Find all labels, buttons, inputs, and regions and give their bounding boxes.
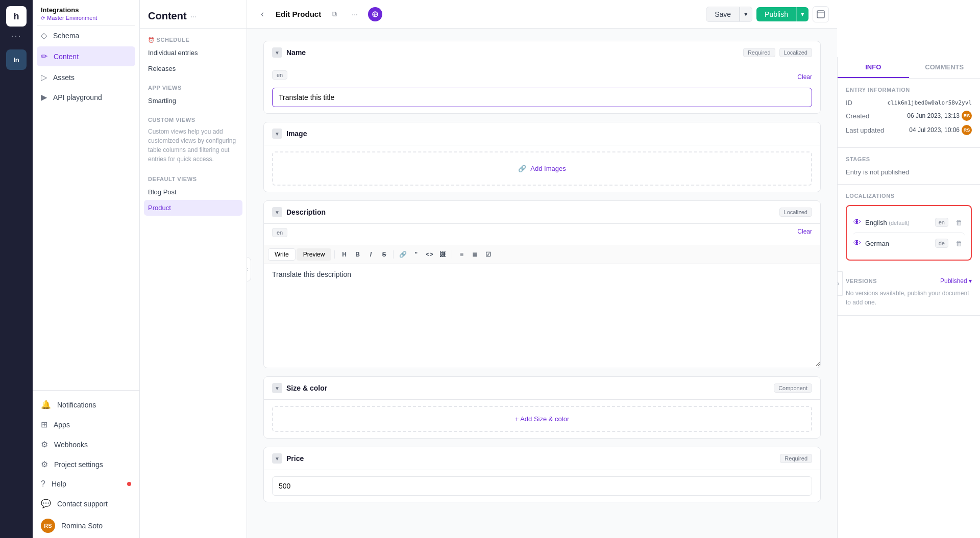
integrations-section: Integrations ⟳ Master Environment bbox=[33, 0, 139, 25]
italic-button[interactable]: I bbox=[364, 248, 377, 261]
english-delete-button[interactable]: 🗑 bbox=[952, 216, 965, 228]
individual-entries-item[interactable]: Individual entries bbox=[140, 45, 247, 61]
description-field-title: Description bbox=[286, 208, 775, 216]
expand-right-panel-button[interactable]: » bbox=[837, 271, 843, 296]
price-required-badge: Required bbox=[780, 454, 812, 463]
back-button[interactable]: ‹ bbox=[255, 7, 270, 21]
logo-button[interactable]: h bbox=[6, 6, 27, 27]
description-collapse-button[interactable]: ▼ bbox=[272, 207, 282, 217]
price-field-section: ▼ Price Required bbox=[263, 447, 821, 502]
size-collapse-button[interactable]: ▼ bbox=[272, 383, 282, 393]
created-row: Created 06 Jun 2023, 13:13 RS bbox=[846, 111, 972, 121]
image-collapse-button[interactable]: ▼ bbox=[272, 129, 282, 139]
layout-button[interactable] bbox=[813, 6, 829, 22]
default-views-label: DEFAULT VIEWS bbox=[140, 172, 247, 184]
stages-title: STAGES bbox=[846, 156, 972, 162]
copy-button[interactable]: ⧉ bbox=[327, 7, 341, 21]
more-options-icon[interactable]: ··· bbox=[11, 31, 21, 41]
image-toolbar-button[interactable]: 🖼 bbox=[436, 248, 449, 261]
sidebar-item-project-settings[interactable]: ⚙ Project settings bbox=[33, 454, 139, 474]
heading-button[interactable]: H bbox=[338, 248, 350, 261]
image-field-title: Image bbox=[286, 130, 812, 138]
created-label: Created bbox=[846, 112, 869, 120]
description-textarea[interactable]: Translate this description bbox=[264, 264, 820, 366]
blockquote-button[interactable]: " bbox=[410, 248, 422, 261]
english-locale-row: 👁 English (default) en 🗑 bbox=[853, 212, 965, 233]
save-dropdown-button[interactable]: ▾ bbox=[740, 7, 752, 22]
contact-icon: 💬 bbox=[41, 499, 51, 508]
ordered-list-button[interactable]: ≣ bbox=[469, 248, 481, 261]
sidebar-item-api[interactable]: ▶ API playground bbox=[33, 87, 139, 107]
description-locale-tag: en bbox=[272, 228, 287, 237]
entry-information-section: ENTRY INFORMATION ID clik6n1jbed0w0alor5… bbox=[838, 79, 980, 148]
svg-rect-1 bbox=[817, 11, 824, 18]
assets-icon: ▷ bbox=[41, 72, 47, 82]
sidebar-item-contact-support[interactable]: 💬 Contact support bbox=[33, 494, 139, 514]
german-delete-button[interactable]: 🗑 bbox=[952, 237, 965, 249]
environment-badge[interactable]: In bbox=[6, 49, 27, 70]
toolbar-divider3 bbox=[452, 250, 452, 259]
preview-tab[interactable]: Preview bbox=[297, 248, 332, 261]
comments-tab[interactable]: COMMENTS bbox=[909, 57, 981, 78]
name-clear-link[interactable]: Clear bbox=[797, 73, 812, 81]
publish-dropdown-button[interactable]: ▾ bbox=[796, 7, 808, 21]
blog-post-item[interactable]: Blog Post bbox=[140, 184, 247, 200]
price-input[interactable] bbox=[272, 476, 812, 496]
name-localized-badge: Localized bbox=[779, 48, 812, 57]
size-color-field-section: ▼ Size & color Component + Add Size & co… bbox=[263, 376, 821, 439]
api-icon: ▶ bbox=[41, 92, 47, 102]
description-clear-link[interactable]: Clear bbox=[797, 228, 812, 241]
image-upload-area[interactable]: 🔗 Add Images bbox=[272, 151, 812, 186]
name-collapse-button[interactable]: ▼ bbox=[272, 47, 282, 58]
more-button[interactable]: ··· bbox=[348, 7, 362, 21]
versions-title: VERSIONS bbox=[846, 278, 877, 284]
name-input[interactable] bbox=[272, 88, 812, 107]
publish-button[interactable]: Publish bbox=[756, 7, 796, 21]
sidebar-item-schema[interactable]: ◇ Schema bbox=[33, 25, 139, 45]
right-panel-tabs: INFO COMMENTS bbox=[838, 57, 980, 79]
releases-item[interactable]: Releases bbox=[140, 61, 247, 76]
content-nav-more[interactable]: ··· bbox=[191, 12, 197, 20]
locale-icon bbox=[372, 11, 378, 17]
german-eye-icon[interactable]: 👁 bbox=[853, 239, 861, 248]
toolbar-divider bbox=[334, 250, 335, 259]
english-locale-name: English (default) bbox=[865, 219, 931, 226]
name-field-section: ▼ Name Required Localized en Clear bbox=[263, 41, 821, 114]
save-button[interactable]: Save bbox=[706, 7, 740, 22]
unordered-list-button[interactable]: ≡ bbox=[455, 248, 468, 261]
strikethrough-button[interactable]: S bbox=[378, 248, 390, 261]
custom-views-label: CUSTOM VIEWS bbox=[140, 113, 247, 125]
price-collapse-button[interactable]: ▼ bbox=[272, 453, 282, 464]
add-size-color-button[interactable]: + Add Size & color bbox=[272, 406, 812, 432]
sidebar-item-notifications[interactable]: 🔔 Notifications bbox=[33, 395, 139, 415]
notifications-icon: 🔔 bbox=[41, 400, 51, 409]
collapse-panel-button[interactable]: « bbox=[247, 257, 251, 281]
help-notification-dot bbox=[127, 482, 131, 486]
sidebar-item-help[interactable]: ? Help bbox=[33, 474, 139, 494]
checklist-button[interactable]: ☑ bbox=[482, 248, 494, 261]
sidebar-item-content[interactable]: ✏ Content bbox=[37, 46, 135, 66]
user-profile[interactable]: RS Romina Soto bbox=[33, 514, 139, 538]
locale-circle[interactable] bbox=[368, 7, 382, 21]
english-eye-icon[interactable]: 👁 bbox=[853, 218, 861, 227]
link-button[interactable]: 🔗 bbox=[397, 248, 409, 261]
german-locale-name: German bbox=[865, 240, 931, 247]
webhooks-icon: ⚙ bbox=[41, 440, 48, 449]
stage-value: Entry is not published bbox=[846, 168, 972, 176]
code-button[interactable]: <> bbox=[423, 248, 435, 261]
info-tab[interactable]: INFO bbox=[838, 57, 909, 78]
product-item[interactable]: Product bbox=[144, 200, 242, 216]
sidebar-item-apps[interactable]: ⊞ Apps bbox=[33, 415, 139, 434]
content-icon: ✏ bbox=[41, 52, 47, 61]
smartling-item[interactable]: Smartling bbox=[140, 93, 247, 109]
name-field-title: Name bbox=[286, 48, 739, 57]
apps-icon: ⊞ bbox=[41, 420, 47, 429]
bold-button[interactable]: B bbox=[351, 248, 363, 261]
versions-dropdown[interactable]: Published ▾ bbox=[940, 277, 972, 285]
page-title: Edit Product bbox=[276, 10, 321, 18]
sidebar-item-webhooks[interactable]: ⚙ Webhooks bbox=[33, 434, 139, 454]
versions-section: VERSIONS Published ▾ No versions availab… bbox=[838, 269, 980, 316]
german-lang-badge: de bbox=[935, 239, 948, 248]
sidebar-item-assets[interactable]: ▷ Assets bbox=[33, 67, 139, 87]
write-tab[interactable]: Write bbox=[268, 248, 296, 261]
